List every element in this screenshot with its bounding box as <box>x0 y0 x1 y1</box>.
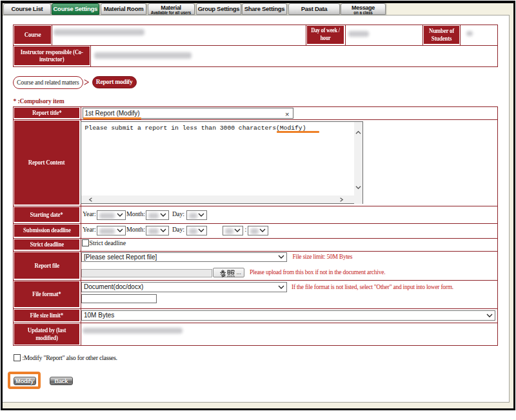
content-underline-annotation <box>277 131 319 133</box>
scroll-down-icon[interactable] <box>355 185 361 190</box>
breadcrumb-separator-glyph: > <box>84 76 90 88</box>
file-size-limit-select[interactable]: 10M Bytes <box>81 310 495 321</box>
report-file-header: Report file <box>14 252 80 280</box>
tab-label: Material Room <box>104 5 144 12</box>
starting-year-label: Year: <box>83 210 96 217</box>
report-file-label: Report file <box>34 262 59 270</box>
updated-by-header: Updated by (last modified) <box>14 323 80 345</box>
file-format-select[interactable]: Document(doc/docx) <box>81 282 287 292</box>
students-value-redacted <box>466 31 473 36</box>
title-underline-annotation <box>83 117 141 119</box>
breadcrumb-separator-icon: > <box>84 75 92 90</box>
starting-day-label: Day: <box>172 210 184 217</box>
tab-material-all-users[interactable]: MaterialAvailable for all users <box>148 3 195 15</box>
report-title-header: Report title* <box>14 107 80 119</box>
file-size-limit-header: File size limit* <box>14 309 80 323</box>
browse-button[interactable]: ... <box>213 268 245 277</box>
deadline-day-select[interactable] <box>186 226 207 236</box>
upload-hint: Please upload from this box if not in th… <box>250 269 385 275</box>
tab-label: Material <box>148 5 194 11</box>
deadline-year-select[interactable] <box>97 226 126 236</box>
blurred-value <box>148 228 159 234</box>
day-value-redacted <box>348 31 369 37</box>
breadcrumb-current-label: Report modify <box>96 79 133 85</box>
tab-label: Course Settings <box>54 5 97 12</box>
chevron-down-icon <box>259 228 266 232</box>
chevron-down-icon <box>160 213 166 217</box>
submission-deadline-label: Submission deadline <box>23 226 71 234</box>
tab-sublabel: on a class <box>341 10 385 15</box>
back-button[interactable]: Back <box>50 377 73 385</box>
report-title-input[interactable]: 1st Report (Modify)× <box>83 108 293 119</box>
file-format-label: File format* <box>32 290 61 298</box>
report-content-header: Report Content <box>14 120 80 206</box>
tab-share-settings[interactable]: Share Settings <box>242 3 287 15</box>
starting-month-select[interactable] <box>146 210 169 221</box>
strict-deadline-header-label: Strict deadline <box>30 241 63 248</box>
modify-button-label: Modify <box>15 378 34 385</box>
other-format-input[interactable] <box>81 294 157 303</box>
chevron-down-icon <box>278 255 284 259</box>
file-size-limit-value: 10M Bytes <box>84 312 114 319</box>
scroll-left-icon[interactable] <box>88 197 94 203</box>
chevron-down-icon <box>198 213 204 217</box>
modify-button[interactable]: Modify <box>14 377 37 385</box>
deadline-year-label: Year: <box>83 226 96 233</box>
row-divider <box>13 308 498 309</box>
row-divider <box>13 251 498 252</box>
chevron-down-icon <box>486 314 493 317</box>
col-divider <box>345 25 346 45</box>
starting-year-select[interactable] <box>97 210 126 221</box>
deadline-hour-select[interactable] <box>223 226 243 236</box>
col-divider <box>52 25 52 45</box>
file-format-hint: If the file format is not listed, select… <box>292 284 453 290</box>
starting-date-label: Starting date* <box>30 211 63 219</box>
deadline-minute-select[interactable] <box>248 226 268 236</box>
strict-deadline-checkbox[interactable] <box>82 239 89 246</box>
tab-group-settings[interactable]: Group Settings <box>196 3 241 15</box>
report-file-select[interactable]: [Please select Report file] <box>81 252 287 263</box>
students-label: Number of Students <box>426 27 457 42</box>
updated-by-label: Updated by (last modified) <box>24 326 70 341</box>
chevron-down-icon <box>117 228 123 232</box>
scroll-right-icon[interactable] <box>338 197 344 203</box>
col-divider <box>460 25 461 45</box>
breadcrumb-parent-pill[interactable]: Course and related matters <box>13 76 84 89</box>
blurred-value <box>250 228 259 234</box>
horizontal-scrollbar[interactable] <box>81 195 354 204</box>
tab-material-room[interactable]: Material Room <box>101 3 146 15</box>
other-classes-checkbox[interactable] <box>14 354 21 361</box>
clear-input-icon[interactable]: × <box>285 110 289 119</box>
file-path-input[interactable] <box>81 269 212 277</box>
file-format-select-value: Document(doc/docx) <box>84 283 143 290</box>
breadcrumb-current-pill[interactable]: Report modify <box>92 76 137 88</box>
course-label: Course <box>24 31 41 39</box>
report-title-value: 1st Report (Modify) <box>85 110 140 117</box>
course-name-redacted <box>54 29 144 36</box>
tab-sublabel: Available for all users <box>148 10 194 15</box>
course-header-cell: Course <box>14 25 52 45</box>
tab-label: Share Settings <box>244 5 284 12</box>
submission-deadline-header: Submission deadline <box>14 224 80 237</box>
starting-day-select[interactable] <box>186 210 207 221</box>
tab-past-data[interactable]: Past Data <box>288 3 340 15</box>
chevron-down-icon <box>278 285 284 289</box>
browse-kanji-icon <box>219 270 235 277</box>
chevron-down-icon <box>117 213 123 217</box>
scroll-up-icon[interactable] <box>355 130 361 135</box>
deadline-month-select[interactable] <box>146 226 169 236</box>
breadcrumb-parent-label: Course and related matters <box>17 79 79 86</box>
chevron-down-icon <box>234 228 241 232</box>
tab-course-list[interactable]: Course List <box>3 3 51 15</box>
students-header-cell: Number of Students <box>423 25 460 45</box>
instructor-header-cell: Instructor responsible (Co-instructor) <box>14 46 90 66</box>
tab-label: Group Settings <box>198 5 239 12</box>
row-divider <box>13 238 498 239</box>
row-divider <box>13 280 498 281</box>
report-content-textarea[interactable]: Please submit a report in less than 3000… <box>81 121 364 204</box>
tab-message[interactable]: Messageon a class <box>341 3 386 15</box>
tab-course-settings[interactable]: Course Settings <box>52 3 99 15</box>
row-divider <box>13 323 498 323</box>
blurred-value <box>99 228 115 234</box>
blurred-value <box>148 213 159 219</box>
